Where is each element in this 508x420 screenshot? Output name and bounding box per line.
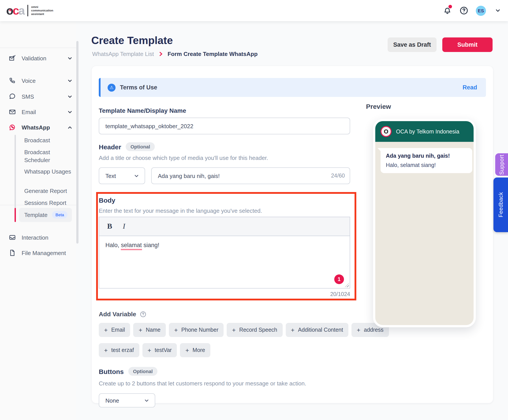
sidebar: Validation Voice SMS — [0, 21, 76, 420]
sidebar-item-label: Interaction — [22, 234, 48, 241]
app-window: o c a omni communication assistant — [0, 0, 508, 420]
breadcrumb-parent-link[interactable]: WhatsApp Template List — [92, 51, 154, 57]
plus-icon: + — [186, 347, 189, 354]
bold-button[interactable]: B — [107, 222, 112, 231]
message-header-text: Ada yang baru nih, gais! — [386, 153, 467, 159]
plus-icon: + — [291, 326, 294, 333]
variable-chip-phone-number[interactable]: +Phone Number — [169, 323, 224, 337]
plus-icon: + — [104, 347, 108, 354]
logo-tagline-line3: assistant — [31, 12, 53, 16]
plus-icon: + — [232, 326, 236, 333]
sidebar-item-sessions-report[interactable]: Sessions Report — [24, 199, 73, 207]
feedback-tab-label: Feedback — [498, 192, 504, 217]
header-type-value: Text — [105, 173, 116, 179]
feedback-tab[interactable]: Feedback — [493, 178, 508, 232]
logo-tagline: omni communication assistant — [31, 5, 53, 16]
terms-read-link[interactable]: Read — [463, 84, 477, 91]
sidebar-item-broadcast[interactable]: Broadcast — [24, 137, 73, 145]
sidebar-item-label: Voice — [22, 77, 36, 84]
variable-chip-record-speech[interactable]: +Record Speech — [227, 323, 283, 337]
sidebar-scrollbar[interactable] — [76, 41, 78, 244]
submit-button[interactable]: Submit — [442, 37, 493, 52]
chat-name: OCA by Telkom Indonesia — [396, 128, 459, 135]
template-name-input[interactable] — [99, 118, 350, 134]
sidebar-item-broadcast-scheduler[interactable]: Broadcast Scheduler — [24, 148, 73, 164]
variable-chip-additional-content[interactable]: +Additional Content — [285, 323, 348, 337]
logo-tagline-line1: omni — [31, 5, 53, 9]
plus-icon: + — [139, 326, 142, 333]
variable-chip-more[interactable]: +More — [180, 343, 210, 357]
editor-toolbar: B I — [99, 217, 350, 236]
buttons-helper-text: Create up to 2 buttons that let customer… — [99, 380, 350, 387]
variable-chip-email[interactable]: +Email — [99, 323, 130, 337]
body-textarea[interactable]: Halo, selamat siang! 1 — [99, 236, 350, 288]
header-text-field: 24/60 — [151, 167, 350, 184]
sidebar-item-whatsapp-usages[interactable]: Whatsapp Usages — [24, 168, 73, 176]
sidebar-item-interaction[interactable]: Interaction — [9, 232, 73, 243]
notifications-bell-icon[interactable] — [442, 6, 452, 15]
header-section-title-row: Header Optional — [99, 142, 350, 151]
whatsapp-icon — [9, 124, 16, 131]
buttons-type-value: None — [105, 397, 119, 404]
body-editor: B I Halo, selamat siang! 1 — [99, 217, 350, 289]
terms-label: Terms of Use — [120, 84, 157, 91]
logo-letter-a: a — [18, 5, 24, 16]
sidebar-item-file-management[interactable]: File Management — [9, 247, 73, 259]
logo-tagline-line2: communication — [31, 9, 53, 12]
oca-logo-word: o c a — [6, 5, 24, 16]
annotation-badge[interactable]: 1 — [334, 275, 344, 284]
header-text-input[interactable] — [151, 167, 350, 184]
body-section: Body Enter the text for your message in … — [99, 196, 350, 297]
sidebar-item-voice[interactable]: Voice — [9, 75, 73, 86]
sidebar-item-label: Template — [24, 212, 48, 218]
header-actions: Save as Draft Submit — [388, 37, 493, 52]
account-chevron-down-icon[interactable] — [493, 6, 503, 15]
sidebar-item-whatsapp[interactable]: WhatsApp — [9, 122, 73, 133]
header-helper-text: Add a title or choose which type of medi… — [99, 155, 350, 161]
buttons-section: Buttons Optional Create up to 2 buttons … — [99, 367, 350, 407]
chip-label: testVar — [155, 347, 172, 353]
sidebar-item-email[interactable]: Email — [9, 106, 73, 118]
sidebar-item-label: Validation — [22, 55, 46, 61]
italic-button[interactable]: I — [123, 222, 125, 231]
inbox-icon — [9, 234, 16, 241]
chip-label: Additional Content — [298, 327, 343, 333]
message-body-text: Halo, selamat siang! — [386, 162, 467, 168]
body-char-counter: 20/1024 — [99, 291, 350, 297]
add-variable-label: Add Variable — [99, 311, 136, 318]
body-helper-text: Enter the text for your message in the l… — [99, 208, 350, 214]
header-type-select[interactable]: Text — [99, 167, 145, 184]
sidebar-item-sms[interactable]: SMS — [9, 91, 73, 102]
user-avatar[interactable]: ES — [476, 6, 486, 16]
template-name-label: Template Name/Display Name — [99, 107, 350, 114]
sidebar-item-validation[interactable]: Validation — [9, 52, 73, 64]
variable-chip-name[interactable]: +Name — [133, 323, 166, 337]
sidebar-item-template[interactable]: TemplateBeta — [24, 211, 73, 219]
help-icon[interactable] — [459, 6, 469, 15]
save-as-draft-button[interactable]: Save as Draft — [388, 37, 437, 52]
whatsapp-preview-phone: O OCA by Telkom Indonesia Ada yang baru … — [373, 119, 476, 327]
body-section-title: Body — [99, 196, 350, 204]
sidebar-item-label: Email — [22, 109, 36, 115]
chip-label: Email — [111, 327, 125, 333]
topbar: o c a omni communication assistant — [0, 0, 508, 21]
notification-dot — [448, 5, 452, 8]
help-circle-icon[interactable] — [140, 311, 146, 317]
chip-label: Record Speech — [239, 327, 277, 333]
resize-handle[interactable] — [345, 283, 349, 287]
oca-logo: o c a omni communication assistant — [6, 5, 53, 16]
plus-icon: + — [148, 347, 151, 354]
chevron-down-icon — [67, 55, 73, 61]
chevron-up-icon — [67, 124, 73, 130]
sidebar-item-label: WhatsApp — [22, 124, 50, 130]
body-text: Halo, selamat siang! — [99, 236, 350, 254]
body-text-prefix: Halo, — [105, 242, 121, 248]
variable-chip-testvar[interactable]: +testVar — [142, 343, 177, 357]
chevron-down-icon — [144, 398, 149, 403]
buttons-type-select[interactable]: None — [99, 393, 155, 407]
support-tab[interactable]: Support — [495, 153, 508, 176]
chevron-down-icon — [67, 78, 73, 83]
sidebar-item-generate-report[interactable]: Generate Report — [24, 187, 73, 195]
create-template-card: ⚠ Terms of Use Read Template Name/Displa… — [92, 66, 493, 403]
variable-chip-test-erzaf[interactable]: +test erzaf — [99, 343, 139, 357]
